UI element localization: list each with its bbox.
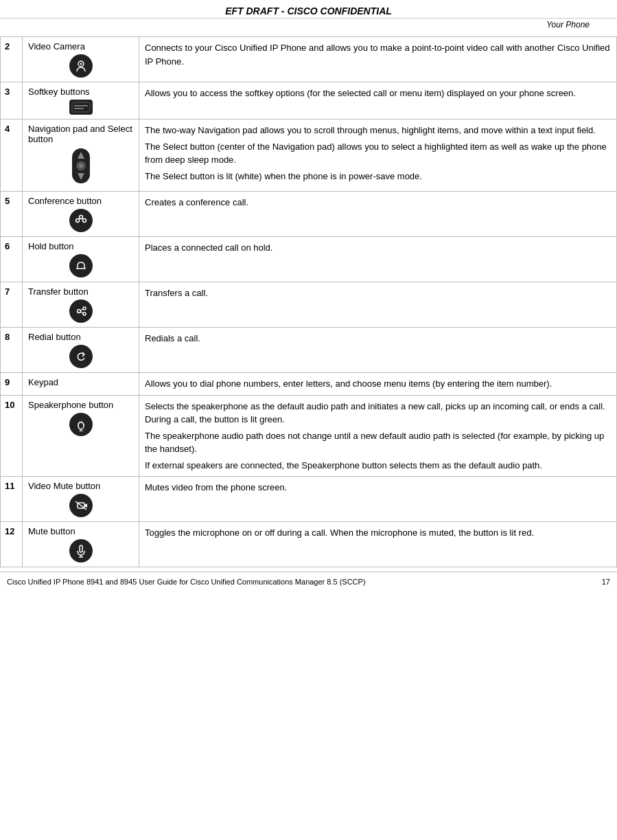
table-row: 7Transfer buttonTransfers a call. [1,282,617,328]
svg-point-11 [82,219,86,223]
button-icon-container [28,494,133,517]
row-number: 10 [1,395,23,477]
button-name-label: Hold button [28,241,133,251]
button-icon-container [28,299,133,323]
table-row: 9KeypadAllows you to dial phone numbers,… [1,373,617,396]
button-icon [69,54,93,78]
table-row: 2Video CameraConnects to your Cisco Unif… [1,37,617,82]
button-icon [69,254,93,277]
table-row: 5Conference buttonCreates a conference c… [1,192,617,237]
svg-rect-29 [80,545,82,552]
button-icon [71,147,91,187]
row-number: 9 [1,373,23,396]
row-description: Connects to your Cisco Unified IP Phone … [139,37,617,82]
row-description: Allows you to access the softkey options… [139,82,617,120]
row-description: Creates a conference call. [139,192,617,237]
button-icon-container [28,413,133,436]
row-description: Places a connected call on hold. [139,237,617,282]
table-row: 11Video Mute buttonMutes video from the … [1,477,617,522]
page-subheader: Your Phone [0,19,617,32]
row-name-cell: Transfer button [23,282,139,328]
button-icon [69,299,93,323]
table-row: 6Hold buttonPlaces a connected call on h… [1,237,617,282]
row-number: 7 [1,282,23,328]
row-description: Selects the speakerphone as the default … [139,395,617,477]
row-description: Transfers a call. [139,282,617,328]
svg-point-23 [78,422,84,429]
row-name-cell: Softkey buttons [23,82,139,120]
table-row: 12Mute buttonToggles the microphone on o… [1,522,617,567]
row-name-cell: Speakerphone button [23,395,139,477]
row-name-cell: Video Mute button [23,477,139,522]
page-footer: Cisco Unified IP Phone 8941 and 8945 Use… [0,571,617,589]
row-number: 5 [1,192,23,237]
svg-line-13 [79,218,80,220]
button-icon-container [28,54,133,78]
svg-line-14 [82,218,83,220]
table-row: 8Redial buttonRedials a call. [1,328,617,373]
row-description: The two-way Navigation pad allows you to… [139,120,617,192]
row-description: Redials a call. [139,328,617,373]
row-number: 6 [1,237,23,282]
button-name-label: Transfer button [28,286,133,297]
row-name-cell: Conference button [23,192,139,237]
row-name-cell: Keypad [23,373,139,396]
button-name-label: Speakerphone button [28,400,133,410]
svg-line-21 [80,309,83,310]
svg-line-22 [80,312,83,313]
row-name-cell: Hold button [23,237,139,282]
row-description: Mutes video from the phone screen. [139,477,617,522]
svg-point-10 [75,219,79,223]
button-icon [69,345,93,368]
button-icon-container [28,539,133,563]
svg-rect-4 [74,108,84,109]
button-name-label: Video Mute button [28,481,133,491]
button-icon-container [28,147,133,187]
button-icon [69,539,93,563]
svg-point-19 [83,307,86,310]
button-name-label: Conference button [28,196,133,206]
table-row: 4Navigation pad and Select button The tw… [1,120,617,192]
button-name-label: Keypad [28,377,133,387]
button-name-label: Navigation pad and Select button [28,124,133,144]
button-icon-container [28,209,133,232]
row-description: Toggles the microphone on or off during … [139,522,617,567]
button-icon-container [28,100,133,115]
page-header-title: EFT DRAFT - CISCO CONFIDENTIAL [0,0,617,19]
svg-point-1 [80,63,82,65]
row-name-cell: Redial button [23,328,139,373]
svg-point-8 [79,164,83,168]
svg-rect-3 [74,105,88,106]
row-number: 2 [1,37,23,82]
header: EFT DRAFT - CISCO CONFIDENTIAL Your Phon… [0,0,617,32]
button-icon [69,494,93,517]
row-name-cell: Navigation pad and Select button [23,120,139,192]
row-description: Allows you to dial phone numbers, enter … [139,373,617,396]
button-name-label: Mute button [28,526,133,536]
row-name-cell: Mute button [23,522,139,567]
button-name-label: Video Camera [28,41,133,52]
content-table: 2Video CameraConnects to your Cisco Unif… [0,36,617,567]
row-number: 8 [1,328,23,373]
svg-point-18 [77,310,80,313]
button-icon-container [28,345,133,368]
button-icon [69,413,93,436]
table-row: 3Softkey buttonsAllows you to access the… [1,82,617,120]
row-number: 12 [1,522,23,567]
footer-right: 17 [602,578,610,586]
row-number: 11 [1,477,23,522]
button-icon [69,209,93,232]
button-name-label: Redial button [28,332,133,342]
row-number: 3 [1,82,23,120]
table-row: 10Speakerphone buttonSelects the speaker… [1,395,617,477]
button-name-label: Softkey buttons [28,87,133,97]
button-icon [69,100,93,115]
button-icon-container [28,254,133,277]
svg-point-20 [83,313,86,315]
row-number: 4 [1,120,23,192]
row-name-cell: Video Camera [23,37,139,82]
svg-rect-2 [72,102,90,112]
footer-left: Cisco Unified IP Phone 8941 and 8945 Use… [7,578,366,586]
